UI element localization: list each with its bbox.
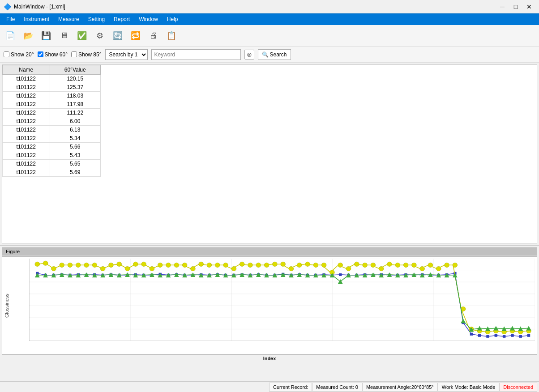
col-value-header: 60°Value (50, 65, 101, 75)
table-row[interactable]: t101122118.03 (3, 92, 101, 100)
toolbar-btn-2[interactable]: 💾 (38, 27, 55, 44)
show85-checkbox[interactable] (71, 51, 77, 57)
menu-item-instrument[interactable]: Instrument (19, 13, 54, 25)
toolbar-btn-5[interactable]: ⚙ (91, 27, 108, 44)
show20-checkbox[interactable] (4, 51, 9, 57)
menu-item-setting[interactable]: Setting (84, 13, 109, 25)
connection-status: Disconnected (499, 383, 537, 392)
table-row[interactable]: t1011225.65 (3, 160, 101, 168)
cell-name: t101122 (3, 117, 50, 126)
svg-point-85 (51, 266, 56, 271)
show60-checkbox-label[interactable]: Show 60° (38, 51, 68, 58)
menu-item-window[interactable]: Window (134, 13, 163, 25)
svg-point-86 (60, 263, 64, 267)
cell-value: 5.66 (50, 143, 101, 151)
svg-point-133 (445, 263, 449, 267)
show85-checkbox-label[interactable]: Show 85° (71, 51, 102, 58)
svg-point-92 (109, 263, 114, 267)
svg-point-93 (117, 262, 122, 266)
cell-name: t101122 (3, 151, 50, 160)
toolbar-btn-0[interactable]: 📄 (2, 27, 19, 44)
work-mode-value: Basic Mode (470, 384, 495, 390)
svg-point-95 (133, 262, 138, 266)
cell-value: 5.34 (50, 134, 101, 143)
cell-value: 120.15 (50, 75, 101, 83)
cell-name: t101122 (3, 83, 50, 92)
toolbar-btn-3[interactable]: 🖥 (56, 27, 73, 44)
measurement-angle-value: 20°60°85° (411, 384, 434, 390)
menu-bar: FileInstrumentMeasureSettingReportWindow… (0, 13, 539, 25)
cell-name: t101122 (3, 160, 50, 168)
svg-point-106 (223, 263, 228, 267)
chart-wrapper: Glossiness (2, 256, 537, 355)
data-table-area[interactable]: Name 60°Value t101122120.15t101122125.37… (2, 64, 537, 243)
svg-point-123 (363, 263, 368, 267)
toolbar-btn-9[interactable]: 📋 (163, 27, 180, 44)
title-bar-controls[interactable]: ─ □ ✕ (496, 2, 535, 12)
show60-checkbox[interactable] (38, 51, 43, 57)
show85-label: Show 85° (78, 51, 102, 58)
search-bar: Show 20° Show 60° Show 85° Search by 1 ⊗… (0, 47, 539, 63)
table-row[interactable]: t1011225.43 (3, 151, 101, 160)
close-button[interactable]: ✕ (523, 2, 535, 12)
menu-item-help[interactable]: Help (163, 13, 183, 25)
svg-point-84 (43, 261, 48, 265)
show20-label: Show 20° (11, 51, 34, 58)
svg-point-127 (395, 263, 400, 267)
svg-point-110 (256, 263, 261, 267)
search-by-dropdown[interactable]: Search by 1 (105, 49, 148, 60)
svg-rect-78 (495, 334, 497, 337)
svg-point-97 (150, 266, 154, 271)
svg-point-132 (436, 266, 441, 271)
svg-point-83 (35, 262, 40, 266)
show60-label: Show 60° (45, 51, 68, 58)
menu-item-measure[interactable]: Measure (54, 13, 84, 25)
table-row[interactable]: t101122120.15 (3, 75, 101, 83)
cell-name: t101122 (3, 109, 50, 117)
search-input[interactable] (151, 49, 241, 60)
app-icon: 🔷 (4, 3, 11, 10)
current-record-status: Current Record: (269, 383, 312, 392)
table-row[interactable]: t101122125.37 (3, 83, 101, 92)
minimize-button[interactable]: ─ (496, 2, 509, 12)
measurement-angle-label: Measurement Angle: (366, 384, 411, 390)
svg-point-125 (379, 266, 384, 271)
measurement-angle-status: Measurement Angle: 20°60°85° (362, 383, 438, 392)
work-mode-status: Work Mode: Basic Mode (438, 383, 500, 392)
svg-rect-82 (527, 334, 530, 337)
table-row[interactable]: t1011225.34 (3, 134, 101, 143)
svg-point-118 (321, 263, 326, 267)
svg-rect-81 (519, 335, 522, 338)
search-button-label: Search (270, 51, 287, 58)
cell-value: 5.43 (50, 151, 101, 160)
table-row[interactable]: t1011226.13 (3, 126, 101, 134)
x-axis-label: Index (2, 356, 537, 361)
toolbar-btn-7[interactable]: 🔁 (127, 27, 144, 44)
toolbar-btn-6[interactable]: 🔄 (109, 27, 126, 44)
toolbar: 📄📂💾🖥✅⚙🔄🔁🖨📋 (0, 25, 539, 47)
show20-checkbox-label[interactable]: Show 20° (4, 51, 34, 58)
maximize-button[interactable]: □ (509, 2, 522, 12)
svg-point-109 (248, 263, 253, 267)
toolbar-btn-1[interactable]: 📂 (20, 27, 37, 44)
toolbar-btn-4[interactable]: ✅ (73, 27, 90, 44)
table-row[interactable]: t101122111.22 (3, 109, 101, 117)
chart-title: Figure (2, 247, 537, 256)
cell-value: 125.37 (50, 83, 101, 92)
cell-value: 6.13 (50, 126, 101, 134)
table-row[interactable]: t101122117.98 (3, 100, 101, 109)
toolbar-btn-8[interactable]: 🖨 (145, 27, 162, 44)
table-row[interactable]: t1011225.66 (3, 143, 101, 151)
menu-item-file[interactable]: File (2, 13, 19, 25)
svg-rect-59 (339, 273, 342, 276)
svg-point-128 (403, 263, 408, 267)
svg-point-96 (141, 262, 146, 266)
svg-point-115 (297, 263, 302, 267)
svg-point-87 (68, 263, 73, 267)
search-button[interactable]: 🔍 Search (258, 49, 291, 60)
svg-point-114 (289, 266, 294, 271)
table-row[interactable]: t1011226.00 (3, 117, 101, 126)
search-clear-button[interactable]: ⊗ (244, 50, 254, 60)
menu-item-report[interactable]: Report (109, 13, 134, 25)
table-row[interactable]: t1011225.69 (3, 168, 101, 177)
